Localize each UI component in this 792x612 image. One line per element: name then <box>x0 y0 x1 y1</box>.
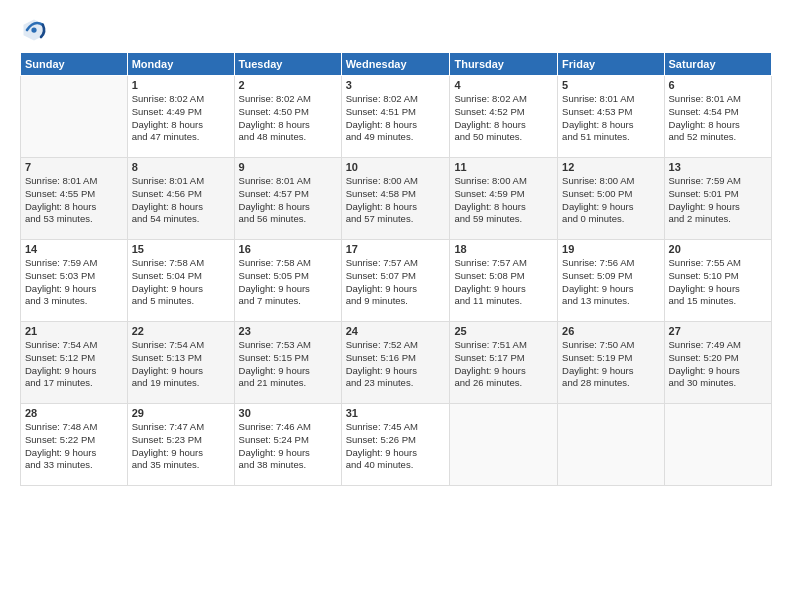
day-number: 13 <box>669 161 767 173</box>
day-cell: 1Sunrise: 8:02 AM Sunset: 4:49 PM Daylig… <box>127 76 234 158</box>
day-number: 27 <box>669 325 767 337</box>
day-info: Sunrise: 7:51 AM Sunset: 5:17 PM Dayligh… <box>454 339 553 390</box>
day-cell: 25Sunrise: 7:51 AM Sunset: 5:17 PM Dayli… <box>450 322 558 404</box>
day-cell: 30Sunrise: 7:46 AM Sunset: 5:24 PM Dayli… <box>234 404 341 486</box>
day-info: Sunrise: 8:00 AM Sunset: 5:00 PM Dayligh… <box>562 175 659 226</box>
day-number: 19 <box>562 243 659 255</box>
day-number: 4 <box>454 79 553 91</box>
day-cell: 13Sunrise: 7:59 AM Sunset: 5:01 PM Dayli… <box>664 158 771 240</box>
day-info: Sunrise: 8:01 AM Sunset: 4:57 PM Dayligh… <box>239 175 337 226</box>
day-cell: 18Sunrise: 7:57 AM Sunset: 5:08 PM Dayli… <box>450 240 558 322</box>
day-cell: 3Sunrise: 8:02 AM Sunset: 4:51 PM Daylig… <box>341 76 450 158</box>
day-cell <box>558 404 664 486</box>
day-number: 20 <box>669 243 767 255</box>
day-number: 30 <box>239 407 337 419</box>
day-info: Sunrise: 7:58 AM Sunset: 5:05 PM Dayligh… <box>239 257 337 308</box>
day-cell <box>664 404 771 486</box>
day-cell: 12Sunrise: 8:00 AM Sunset: 5:00 PM Dayli… <box>558 158 664 240</box>
header <box>20 16 772 44</box>
col-sunday: Sunday <box>21 53 128 76</box>
day-cell: 14Sunrise: 7:59 AM Sunset: 5:03 PM Dayli… <box>21 240 128 322</box>
day-number: 5 <box>562 79 659 91</box>
week-row-2: 7Sunrise: 8:01 AM Sunset: 4:55 PM Daylig… <box>21 158 772 240</box>
day-info: Sunrise: 7:56 AM Sunset: 5:09 PM Dayligh… <box>562 257 659 308</box>
day-number: 22 <box>132 325 230 337</box>
day-cell: 2Sunrise: 8:02 AM Sunset: 4:50 PM Daylig… <box>234 76 341 158</box>
day-cell: 22Sunrise: 7:54 AM Sunset: 5:13 PM Dayli… <box>127 322 234 404</box>
day-info: Sunrise: 7:50 AM Sunset: 5:19 PM Dayligh… <box>562 339 659 390</box>
day-number: 9 <box>239 161 337 173</box>
day-info: Sunrise: 7:54 AM Sunset: 5:12 PM Dayligh… <box>25 339 123 390</box>
day-number: 31 <box>346 407 446 419</box>
week-row-3: 14Sunrise: 7:59 AM Sunset: 5:03 PM Dayli… <box>21 240 772 322</box>
day-cell: 20Sunrise: 7:55 AM Sunset: 5:10 PM Dayli… <box>664 240 771 322</box>
day-info: Sunrise: 7:49 AM Sunset: 5:20 PM Dayligh… <box>669 339 767 390</box>
day-cell: 24Sunrise: 7:52 AM Sunset: 5:16 PM Dayli… <box>341 322 450 404</box>
day-info: Sunrise: 8:00 AM Sunset: 4:58 PM Dayligh… <box>346 175 446 226</box>
week-row-5: 28Sunrise: 7:48 AM Sunset: 5:22 PM Dayli… <box>21 404 772 486</box>
day-cell: 29Sunrise: 7:47 AM Sunset: 5:23 PM Dayli… <box>127 404 234 486</box>
day-number: 1 <box>132 79 230 91</box>
day-info: Sunrise: 7:45 AM Sunset: 5:26 PM Dayligh… <box>346 421 446 472</box>
day-number: 15 <box>132 243 230 255</box>
calendar-header: Sunday Monday Tuesday Wednesday Thursday… <box>21 53 772 76</box>
day-number: 26 <box>562 325 659 337</box>
day-number: 7 <box>25 161 123 173</box>
day-info: Sunrise: 7:55 AM Sunset: 5:10 PM Dayligh… <box>669 257 767 308</box>
day-number: 28 <box>25 407 123 419</box>
col-thursday: Thursday <box>450 53 558 76</box>
day-info: Sunrise: 7:52 AM Sunset: 5:16 PM Dayligh… <box>346 339 446 390</box>
day-cell: 28Sunrise: 7:48 AM Sunset: 5:22 PM Dayli… <box>21 404 128 486</box>
day-info: Sunrise: 7:57 AM Sunset: 5:08 PM Dayligh… <box>454 257 553 308</box>
day-cell: 17Sunrise: 7:57 AM Sunset: 5:07 PM Dayli… <box>341 240 450 322</box>
logo <box>20 16 52 44</box>
day-cell: 27Sunrise: 7:49 AM Sunset: 5:20 PM Dayli… <box>664 322 771 404</box>
col-friday: Friday <box>558 53 664 76</box>
day-cell: 23Sunrise: 7:53 AM Sunset: 5:15 PM Dayli… <box>234 322 341 404</box>
day-info: Sunrise: 7:58 AM Sunset: 5:04 PM Dayligh… <box>132 257 230 308</box>
col-wednesday: Wednesday <box>341 53 450 76</box>
col-tuesday: Tuesday <box>234 53 341 76</box>
day-cell: 31Sunrise: 7:45 AM Sunset: 5:26 PM Dayli… <box>341 404 450 486</box>
day-number: 6 <box>669 79 767 91</box>
day-info: Sunrise: 7:59 AM Sunset: 5:03 PM Dayligh… <box>25 257 123 308</box>
day-number: 14 <box>25 243 123 255</box>
day-info: Sunrise: 7:53 AM Sunset: 5:15 PM Dayligh… <box>239 339 337 390</box>
day-number: 11 <box>454 161 553 173</box>
day-cell: 19Sunrise: 7:56 AM Sunset: 5:09 PM Dayli… <box>558 240 664 322</box>
day-info: Sunrise: 7:47 AM Sunset: 5:23 PM Dayligh… <box>132 421 230 472</box>
calendar-table: Sunday Monday Tuesday Wednesday Thursday… <box>20 52 772 486</box>
day-cell: 26Sunrise: 7:50 AM Sunset: 5:19 PM Dayli… <box>558 322 664 404</box>
day-cell: 11Sunrise: 8:00 AM Sunset: 4:59 PM Dayli… <box>450 158 558 240</box>
calendar-page: Sunday Monday Tuesday Wednesday Thursday… <box>0 0 792 612</box>
day-info: Sunrise: 7:59 AM Sunset: 5:01 PM Dayligh… <box>669 175 767 226</box>
day-number: 10 <box>346 161 446 173</box>
day-number: 3 <box>346 79 446 91</box>
day-number: 17 <box>346 243 446 255</box>
day-info: Sunrise: 8:01 AM Sunset: 4:55 PM Dayligh… <box>25 175 123 226</box>
day-number: 8 <box>132 161 230 173</box>
day-info: Sunrise: 8:01 AM Sunset: 4:53 PM Dayligh… <box>562 93 659 144</box>
logo-icon <box>20 16 48 44</box>
day-info: Sunrise: 8:00 AM Sunset: 4:59 PM Dayligh… <box>454 175 553 226</box>
day-number: 24 <box>346 325 446 337</box>
day-info: Sunrise: 7:57 AM Sunset: 5:07 PM Dayligh… <box>346 257 446 308</box>
day-info: Sunrise: 8:02 AM Sunset: 4:51 PM Dayligh… <box>346 93 446 144</box>
week-row-4: 21Sunrise: 7:54 AM Sunset: 5:12 PM Dayli… <box>21 322 772 404</box>
day-info: Sunrise: 7:54 AM Sunset: 5:13 PM Dayligh… <box>132 339 230 390</box>
day-number: 21 <box>25 325 123 337</box>
day-cell: 8Sunrise: 8:01 AM Sunset: 4:56 PM Daylig… <box>127 158 234 240</box>
day-number: 12 <box>562 161 659 173</box>
col-monday: Monday <box>127 53 234 76</box>
col-saturday: Saturday <box>664 53 771 76</box>
day-cell: 16Sunrise: 7:58 AM Sunset: 5:05 PM Dayli… <box>234 240 341 322</box>
day-cell: 7Sunrise: 8:01 AM Sunset: 4:55 PM Daylig… <box>21 158 128 240</box>
day-number: 23 <box>239 325 337 337</box>
header-row: Sunday Monday Tuesday Wednesday Thursday… <box>21 53 772 76</box>
day-number: 25 <box>454 325 553 337</box>
day-number: 18 <box>454 243 553 255</box>
day-number: 2 <box>239 79 337 91</box>
day-number: 29 <box>132 407 230 419</box>
day-cell: 4Sunrise: 8:02 AM Sunset: 4:52 PM Daylig… <box>450 76 558 158</box>
day-cell: 6Sunrise: 8:01 AM Sunset: 4:54 PM Daylig… <box>664 76 771 158</box>
